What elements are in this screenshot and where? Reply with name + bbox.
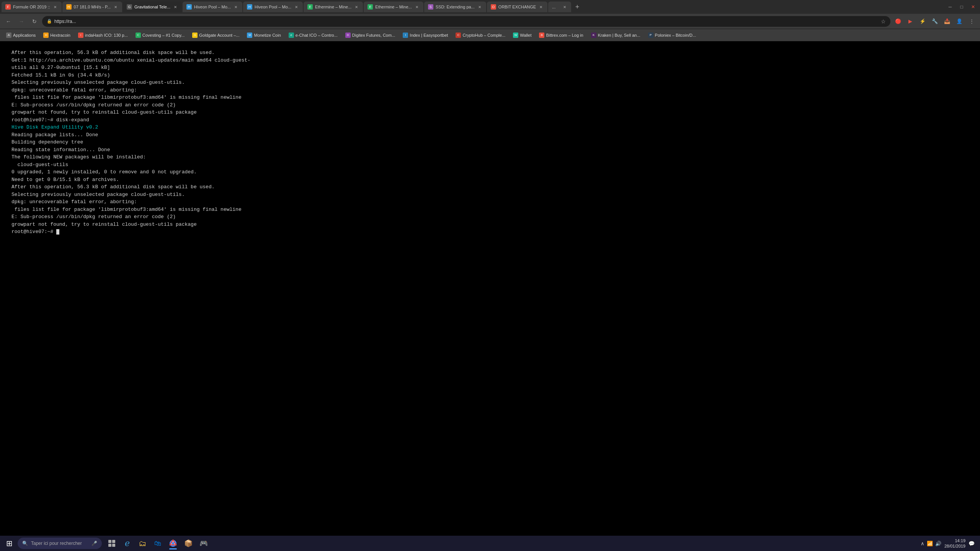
bookmark-indahash[interactable]: i indaHash ICO: 130 p... <box>75 31 131 40</box>
tab-3-title: Gravitational Tele... <box>134 5 170 9</box>
back-button[interactable]: ← <box>3 16 14 27</box>
tab-9-close[interactable]: ✕ <box>538 4 544 10</box>
bookmark-hextracoin[interactable]: H Hextracoin <box>40 31 74 40</box>
terminal-output: After this operation, 56.3 kB of additio… <box>0 41 980 536</box>
taskbar-store[interactable]: 🛍 <box>151 536 165 550</box>
tab-4-title: Hiveon Pool – Mo... <box>194 5 231 9</box>
forward-button[interactable]: → <box>16 16 27 27</box>
bookmark-digitex[interactable]: D Digitex Futures, Com... <box>342 31 398 40</box>
tab-7[interactable]: E Ethermine – Mine... ✕ <box>364 2 423 12</box>
tab-9-favicon: O <box>491 4 496 10</box>
tab-8-close[interactable]: ✕ <box>477 4 482 10</box>
refresh-button[interactable]: ↻ <box>29 16 40 27</box>
microphone-icon[interactable]: 🎤 <box>91 541 97 546</box>
bookmark-applications-favicon: A <box>6 33 11 38</box>
bookmark-monetize[interactable]: M Monetize Coin <box>244 31 284 40</box>
chevron-up-icon[interactable]: ∧ <box>921 541 924 546</box>
taskbar: ⊞ 🔍 Taper ici pour rechercher 🎤 ℯ 🗂 🛍 <box>0 536 980 551</box>
address-bar[interactable]: 🔒 https://ra... ☆ <box>42 16 890 27</box>
tab-4-close[interactable]: ✕ <box>233 4 238 10</box>
tab-5-close[interactable]: ✕ <box>294 4 299 10</box>
extension-3-icon[interactable]: 🔧 <box>929 16 940 27</box>
close-window-button[interactable]: ✕ <box>968 2 978 12</box>
bookmark-wallet[interactable]: W Wallet <box>510 31 534 40</box>
tab-7-close[interactable]: ✕ <box>414 4 420 10</box>
search-box[interactable]: 🔍 Taper ici pour rechercher 🎤 <box>18 538 102 549</box>
tab-1-close[interactable]: ✕ <box>52 4 58 10</box>
tab-2-close[interactable]: ✕ <box>113 4 118 10</box>
menu-icon[interactable]: ⋮ <box>966 16 977 27</box>
tab-7-title: Ethermine – Mine... <box>375 5 412 9</box>
taskbar-edge[interactable]: ℯ <box>120 536 134 550</box>
extensions-icon[interactable]: 🔴 <box>893 16 903 27</box>
taskbar-file-explorer[interactable]: 🗂 <box>136 536 149 550</box>
new-tab-button[interactable]: + <box>572 2 583 12</box>
bookmark-cryptohub[interactable]: C CryptoHub – Comple... <box>452 31 508 40</box>
terminal-line: Reading package lists... Done <box>11 131 969 139</box>
terminal-line: After this operation, 56.3 kB of additio… <box>11 183 969 191</box>
extension-2-icon[interactable]: ⚡ <box>917 16 928 27</box>
maximize-button[interactable]: □ <box>956 2 967 12</box>
terminal-line: After this operation, 56.3 kB of additio… <box>11 49 969 57</box>
bookmark-poloniex-favicon: P <box>648 33 653 38</box>
time-display: 14:19 <box>955 538 965 543</box>
volume-icon[interactable]: 🔊 <box>935 541 941 546</box>
tab-10-close[interactable]: ✕ <box>562 4 567 10</box>
taskbar-app-6[interactable]: 📦 <box>181 536 195 550</box>
terminal-line: Selecting previously unselected package … <box>11 79 969 86</box>
extension-1-icon[interactable]: ▶ <box>905 16 916 27</box>
taskbar-task-view[interactable] <box>105 536 119 550</box>
tab-controls: ─ □ ✕ <box>945 2 978 12</box>
search-placeholder: Taper ici pour rechercher <box>31 541 82 546</box>
bookmark-indahash-favicon: i <box>78 33 83 38</box>
tab-6-close[interactable]: ✕ <box>354 4 359 10</box>
search-icon: 🔍 <box>22 541 28 546</box>
terminal-line: root@hive07:~# disk-expand <box>11 116 969 124</box>
tab-1[interactable]: F Formule OR 2019 :: ✕ <box>2 2 62 12</box>
taskbar-app-7[interactable]: 🎮 <box>197 536 211 550</box>
tab-4-favicon: H <box>186 4 192 10</box>
tab-2-favicon: H <box>66 4 72 10</box>
tab-10[interactable]: ... ✕ <box>548 2 571 12</box>
taskbar-right: ∧ 📶 🔊 14:19 28/01/2019 💬 <box>921 538 978 549</box>
bookmark-applications[interactable]: A Applications <box>3 31 39 40</box>
profile-icon[interactable]: 👤 <box>954 16 965 27</box>
tab-3[interactable]: G Gravitational Tele... ✕ <box>123 2 182 12</box>
network-icon[interactable]: 📶 <box>927 541 933 546</box>
date-display: 28/01/2019 <box>944 543 965 549</box>
tab-8[interactable]: S SSD: Extending pa... ✕ <box>424 2 486 12</box>
bookmark-covesting[interactable]: C Covesting – #1 Copy... <box>132 31 188 40</box>
tab-5[interactable]: H Hiveon Pool – Mo... ✕ <box>243 2 303 12</box>
terminal-line: Selecting previously unselected package … <box>11 191 969 199</box>
bookmark-goldgate[interactable]: G Goldgate Account –... <box>189 31 242 40</box>
terminal-line: The following NEW packages will be insta… <box>11 153 969 161</box>
tab-9[interactable]: O ORBIT EXCHANGE ✕ <box>487 2 547 12</box>
bookmark-star-icon[interactable]: ☆ <box>881 18 886 24</box>
tab-5-favicon: H <box>247 4 252 10</box>
bookmark-bittrex-label: Bittrex.com – Log in <box>546 33 583 37</box>
tab-3-close[interactable]: ✕ <box>173 4 178 10</box>
notification-icon[interactable]: 💬 <box>969 541 975 546</box>
tab-8-title: SSD: Extending pa... <box>436 5 475 9</box>
extension-4-icon[interactable]: 📥 <box>942 16 952 27</box>
tab-4[interactable]: H Hiveon Pool – Mo... ✕ <box>183 2 242 12</box>
tab-5-title: Hiveon Pool – Mo... <box>255 5 291 9</box>
terminal-line: Hive Disk Expand Utility v0.2 <box>11 124 969 131</box>
taskbar-clock[interactable]: 14:19 28/01/2019 <box>944 538 965 549</box>
bookmark-bittrex-favicon: B <box>539 33 544 38</box>
tab-7-favicon: E <box>368 4 373 10</box>
tab-2[interactable]: H 07 181.0 MH/s - P... ✕ <box>62 2 122 12</box>
minimize-button[interactable]: ─ <box>945 2 956 12</box>
bookmark-echat[interactable]: e e-Chat ICO – Contro... <box>286 31 341 40</box>
bookmark-kraken-label: Kraken | Buy, Sell an... <box>598 33 640 37</box>
start-button[interactable]: ⊞ <box>2 536 16 550</box>
bookmark-index[interactable]: I Index | Easysportbet <box>400 31 451 40</box>
bookmark-monetize-label: Monetize Coin <box>254 33 281 37</box>
bookmark-poloniex[interactable]: P Poloniex – Bitcoin/D... <box>645 31 699 40</box>
tab-10-title: ... <box>552 5 560 9</box>
tab-6[interactable]: E Ethermine – Mine... ✕ <box>304 2 363 12</box>
taskbar-chrome[interactable] <box>166 536 180 550</box>
nav-icons: 🔴 ▶ ⚡ 🔧 📥 👤 ⋮ <box>893 16 977 27</box>
bookmark-kraken[interactable]: K Kraken | Buy, Sell an... <box>588 31 644 40</box>
bookmark-bittrex[interactable]: B Bittrex.com – Log in <box>536 31 586 40</box>
